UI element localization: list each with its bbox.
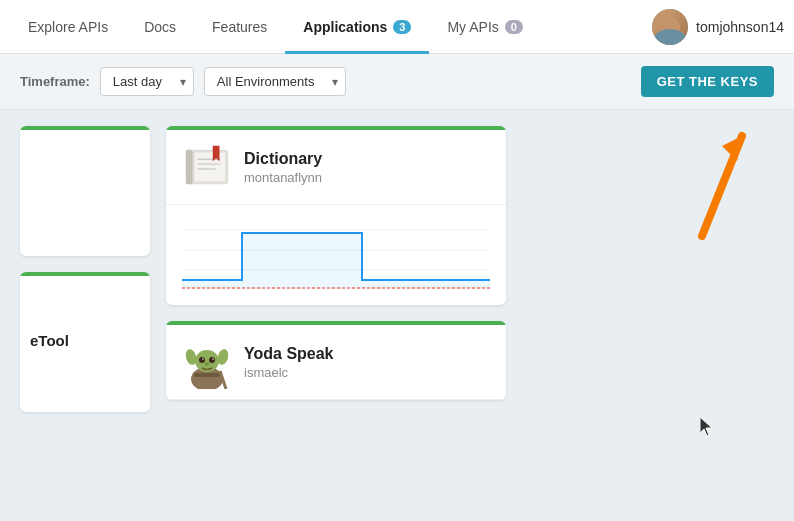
dictionary-title: Dictionary <box>244 150 490 168</box>
yoda-svg <box>182 335 232 389</box>
dictionary-card-info: Dictionary montanaflynn <box>244 150 490 185</box>
svg-point-22 <box>205 363 209 366</box>
svg-line-24 <box>702 136 742 236</box>
svg-rect-14 <box>194 373 220 377</box>
my-apis-badge: 0 <box>505 20 523 34</box>
dictionary-card[interactable]: Dictionary montanaflynn <box>166 126 506 305</box>
yoda-icon <box>182 337 232 387</box>
dictionary-chart-svg <box>182 215 490 295</box>
avatar[interactable] <box>652 9 688 45</box>
tab-applications[interactable]: Applications 3 <box>285 0 429 54</box>
book-svg <box>182 145 232 189</box>
dictionary-subtitle: montanaflynn <box>244 170 490 185</box>
svg-point-20 <box>202 358 204 360</box>
svg-point-15 <box>195 350 219 372</box>
environment-select[interactable]: All Environments <box>204 67 346 96</box>
svg-rect-2 <box>195 153 226 182</box>
arrow-svg <box>672 116 762 246</box>
get-keys-button[interactable]: GET THE KEYS <box>641 66 774 97</box>
yoda-card-info: Yoda Speak ismaelc <box>244 345 490 380</box>
timeframe-select-wrapper[interactable]: Last day <box>100 67 194 96</box>
arrow-annotation <box>672 116 762 250</box>
yoda-title: Yoda Speak <box>244 345 490 363</box>
partial-card-top <box>20 126 150 256</box>
svg-marker-25 <box>722 136 742 161</box>
dictionary-icon <box>182 142 232 192</box>
svg-point-21 <box>212 358 214 360</box>
svg-rect-1 <box>186 150 193 185</box>
svg-point-19 <box>209 357 215 363</box>
timeframe-label: Timeframe: <box>20 74 90 89</box>
dictionary-chart <box>166 205 506 305</box>
etool-label: eTool <box>20 272 150 349</box>
tab-my-apis[interactable]: My APIs 0 <box>429 0 540 54</box>
timeframe-select[interactable]: Last day <box>100 67 194 96</box>
filter-bar: Timeframe: Last day All Environments GET… <box>0 54 794 110</box>
svg-point-18 <box>199 357 205 363</box>
username-label: tomjohnson14 <box>696 19 784 35</box>
top-navigation: Explore APIs Docs Features Applications … <box>0 0 794 54</box>
tab-docs[interactable]: Docs <box>126 0 194 54</box>
yoda-subtitle: ismaelc <box>244 365 490 380</box>
main-content: eTool <box>0 110 794 521</box>
partial-card-bottom: eTool <box>20 272 150 412</box>
applications-badge: 3 <box>393 20 411 34</box>
environment-select-wrapper[interactable]: All Environments <box>204 67 346 96</box>
yoda-card-header: Yoda Speak ismaelc <box>166 321 506 400</box>
dictionary-card-header: Dictionary montanaflynn <box>166 126 506 205</box>
nav-user-area: tomjohnson14 <box>652 9 784 45</box>
tab-features[interactable]: Features <box>194 0 285 54</box>
tab-explore-apis[interactable]: Explore APIs <box>10 0 126 54</box>
yoda-speak-card[interactable]: Yoda Speak ismaelc <box>166 321 506 400</box>
